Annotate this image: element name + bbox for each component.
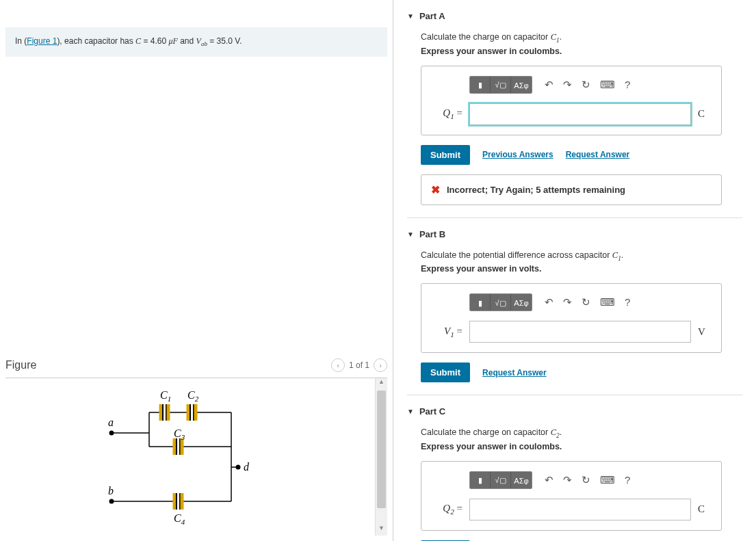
greek-tool-button[interactable]: ΑΣφ [511,472,532,489]
part-c-instruction: Express your answer in coulombs. [421,442,742,451]
text: . [560,32,562,42]
part-b-instruction: Express your answer in volts. [421,264,742,274]
unit: μF [169,36,178,46]
symbol: C [612,250,618,260]
part-c-header[interactable]: ▼ Part C [407,401,742,422]
reset-button[interactable]: ↻ [582,79,590,91]
circuit-diagram: C1 C2 C3 C4 a b d [5,378,375,536]
reset-button[interactable]: ↻ [582,474,590,486]
keyboard-button[interactable]: ⌨ [600,296,615,308]
keyboard-button[interactable]: ⌨ [600,474,615,486]
part-b-answer-input[interactable] [469,321,691,343]
part-a-instruction: Express your answer in coulombs. [421,47,742,56]
text: . [621,250,623,260]
feedback-box: ✖ Incorrect; Try Again; 5 attempts remai… [421,174,722,205]
pager-text: 1 of 1 [349,360,369,370]
right-pane: ▼ Part A Calculate the charge on capacit… [393,0,756,541]
input-row: Q1 = C [432,103,710,125]
scroll-up-icon[interactable]: ▲ [376,378,387,389]
sqrt-tool-button[interactable]: √▢ [491,472,511,489]
part-b-prompt: Calculate the potential difference acros… [421,250,742,262]
part-b-header[interactable]: ▼ Part B [407,224,742,245]
undo-button[interactable]: ↶ [545,474,553,486]
figure-canvas: C1 C2 C3 C4 a b d ▲ ▼ [5,378,387,536]
redo-button[interactable]: ↷ [563,474,572,486]
part-a: ▼ Part A Calculate the charge on capacit… [407,5,742,205]
text: and [178,36,196,46]
redo-button[interactable]: ↷ [563,79,572,91]
figure-pager: ‹ 1 of 1 › [331,358,387,372]
figure-scrollbar[interactable]: ▲ ▼ [375,378,387,536]
undo-button[interactable]: ↶ [545,79,553,91]
submit-button[interactable]: Submit [421,145,470,165]
help-button[interactable]: ? [625,79,630,91]
formula-toolbar: ▮ √▢ ΑΣφ ↶ ↷ ↻ ⌨ ? [469,471,710,489]
variable-label: Q2 = [432,503,462,516]
subscript: ab [201,40,207,47]
greek-tool-button[interactable]: ΑΣφ [511,294,532,311]
part-b-answer-box: ▮ √▢ ΑΣφ ↶ ↷ ↻ ⌨ ? V1 = V [421,283,722,353]
formula-toolbar: ▮ √▢ ΑΣφ ↶ ↷ ↻ ⌨ ? [469,293,710,311]
text: Calculate the charge on capacitor [421,427,551,437]
fraction-tool-button[interactable]: ▮ [470,472,491,489]
svg-point-30 [109,499,114,504]
left-pane: In (Figure 1), each capacitor has C = 4.… [0,0,393,541]
fraction-tool-button[interactable]: ▮ [470,294,491,311]
text: = 35.0 V. [207,36,242,46]
formula-toolbar: ▮ √▢ ΑΣφ ↶ ↷ ↻ ⌨ ? [469,76,710,94]
part-c-prompt: Calculate the charge on capacitor C2. [421,427,742,439]
variable-label: V1 = [432,326,462,339]
part-a-actions: Submit Previous Answers Request Answer [421,145,742,165]
text: Calculate the charge on capacitor [421,32,551,42]
sqrt-tool-button[interactable]: √▢ [491,294,511,311]
svg-point-31 [236,465,241,470]
keyboard-button[interactable]: ⌨ [600,79,615,91]
svg-text:a: a [108,417,114,428]
redo-button[interactable]: ↷ [563,296,572,308]
svg-text:C4: C4 [174,512,185,526]
part-a-header[interactable]: ▼ Part A [407,5,742,27]
input-row: V1 = V [432,321,710,343]
part-b: ▼ Part B Calculate the potential differe… [407,224,742,383]
figure-header: Figure ‹ 1 of 1 › [5,353,387,378]
formula-tool-group: ▮ √▢ ΑΣφ [469,293,532,311]
scroll-down-icon[interactable]: ▼ [376,525,387,536]
formula-tool-group: ▮ √▢ ΑΣφ [469,471,532,489]
unit-label: C [698,108,710,120]
help-button[interactable]: ? [625,474,630,486]
figure-link[interactable]: Figure 1 [27,36,57,46]
sqrt-tool-button[interactable]: √▢ [491,77,511,94]
problem-statement: In (Figure 1), each capacitor has C = 4.… [5,27,387,57]
svg-text:C1: C1 [160,389,171,403]
unit-label: C [698,503,710,515]
part-c-title: Part C [419,406,445,417]
scroll-thumb[interactable] [377,391,386,508]
part-c-answer-input[interactable] [469,499,691,520]
request-answer-link[interactable]: Request Answer [566,150,630,159]
undo-button[interactable]: ↶ [545,296,553,308]
svg-text:b: b [108,485,114,497]
part-c-answer-box: ▮ √▢ ΑΣφ ↶ ↷ ↻ ⌨ ? Q2 = C [421,461,722,531]
submit-button[interactable]: Submit [421,362,470,382]
part-c: ▼ Part C Calculate the charge on capacit… [407,401,742,541]
greek-tool-button[interactable]: ΑΣφ [511,77,532,94]
edit-tools: ↶ ↷ ↻ ⌨ ? [545,474,630,486]
request-answer-link[interactable]: Request Answer [482,368,547,378]
reset-button[interactable]: ↻ [582,296,590,308]
svg-point-29 [109,431,114,436]
symbol-C: C [135,36,141,46]
caret-down-icon: ▼ [407,408,414,415]
fraction-tool-button[interactable]: ▮ [470,77,491,94]
previous-answers-link[interactable]: Previous Answers [482,150,553,159]
prev-figure-button[interactable]: ‹ [331,358,345,372]
help-button[interactable]: ? [625,296,630,308]
next-figure-button[interactable]: › [374,358,387,372]
symbol: C [551,32,556,42]
incorrect-icon: ✖ [431,183,440,196]
text: . [560,427,562,437]
text: ), each capacitor has [57,36,135,46]
part-a-title: Part A [419,11,445,21]
caret-down-icon: ▼ [407,230,414,238]
edit-tools: ↶ ↷ ↻ ⌨ ? [545,79,630,91]
part-a-answer-input[interactable] [469,103,691,125]
